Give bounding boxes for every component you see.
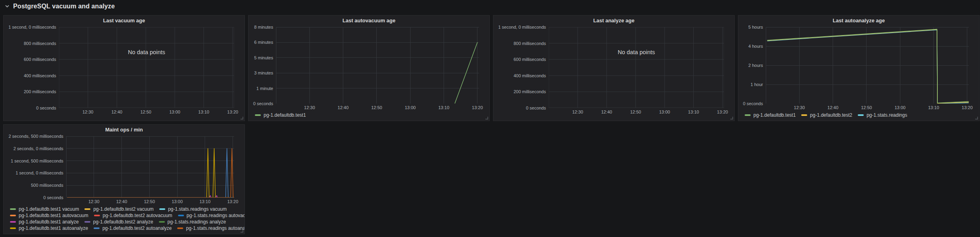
y-axis-tick-label: 400 milliseconds	[514, 73, 546, 78]
legend-color-swatch	[94, 227, 100, 229]
y-axis-tick-label: 5 hours	[748, 25, 763, 29]
legend-color-swatch	[10, 215, 16, 216]
x-axis-tick-label: 13:10	[438, 105, 450, 110]
chevron-down-icon[interactable]	[4, 3, 10, 10]
legend-item-pg-1-defaultdb-test1-autoanalyze[interactable]: pg-1.defaultdb.test1 autoanalyze	[10, 225, 88, 231]
y-axis: 8 minutes6 minutes5 minutes3 minutes1 mi…	[252, 27, 276, 104]
legend-row: pg-1.defaultdb.test1 autovacuumpg-1.defa…	[10, 213, 241, 218]
legend-item-pg-1-defaultdb-test1-vacuum[interactable]: pg-1.defaultdb.test1 vacuum	[10, 206, 79, 212]
y-axis-tick-label: 8 minutes	[254, 25, 273, 29]
x-axis-tick-label: 12:30	[88, 199, 100, 204]
legend-label: pg-1.defaultdb.test1 autoanalyze	[19, 225, 88, 231]
dashboard-row-header[interactable]: PostgreSQL vacuum and analyze	[0, 0, 980, 13]
x-axis-tick-label: 12:40	[827, 105, 839, 110]
x-axis-tick-label: 13:10	[928, 105, 939, 110]
legend-color-swatch	[159, 208, 165, 210]
y-axis-tick-label: 2 hours	[748, 63, 763, 68]
panel-resize-handle[interactable]	[241, 117, 243, 119]
panel-header[interactable]: Last vacuum age	[4, 16, 245, 25]
row-title[interactable]: PostgreSQL vacuum and analyze	[13, 3, 115, 10]
legend-item-pg-1-defaultdb-test2-autoanalyze[interactable]: pg-1.defaultdb.test2 autoanalyze	[94, 225, 172, 231]
legend-color-swatch	[177, 227, 183, 229]
x-axis-tick-label: 12:40	[338, 105, 349, 110]
panel-resize-handle[interactable]	[241, 230, 243, 233]
chart-plot-area[interactable]: No data points	[59, 27, 234, 108]
chart-plot-area[interactable]	[276, 27, 479, 104]
legend-item-pg-1-defaultdb-test2-analyze[interactable]: pg-1.defaultdb.test2 analyze	[84, 219, 153, 225]
legend: pg-1.defaultdb.test1	[248, 111, 489, 121]
y-axis-tick-label: 4 hours	[748, 44, 763, 49]
y-axis-tick-label: 0 seconds	[43, 195, 63, 200]
panel-header[interactable]: Last autoanalyze age	[738, 16, 979, 25]
panel-header[interactable]: Last autovacuum age	[248, 16, 489, 25]
legend-row: pg-1.defaultdb.test1	[255, 112, 486, 118]
legend-item-pg-1-stats-readings-vacuum[interactable]: pg-1.stats.readings vacuum	[159, 206, 227, 212]
y-axis-tick-label: 0 seconds	[36, 106, 56, 110]
x-axis-tick-label: 13:20	[962, 105, 973, 110]
legend-item-pg-1-stats-readings-autovacuum[interactable]: pg-1.stats.readings autovacuum	[178, 213, 245, 218]
y-axis: 5 hours4 hours2 hours1 hour0 seconds	[742, 27, 766, 104]
panel-resize-handle[interactable]	[730, 117, 733, 119]
x-axis-tick-label: 13:00	[169, 110, 180, 114]
legend-item-pg-1-stats-readings-analyze[interactable]: pg-1.stats.readings analyze	[159, 219, 226, 225]
legend-color-swatch	[745, 114, 751, 116]
legend-label: pg-1.defaultdb.test1	[264, 112, 306, 118]
chart-plot-area[interactable]	[66, 136, 234, 198]
panel-header[interactable]: Last analyze age	[493, 16, 734, 25]
legend-row: pg-1.defaultdb.test1pg-1.defaultdb.test2…	[745, 112, 976, 118]
x-axis-tick-label: 13:20	[227, 199, 239, 204]
x-axis: 12:3012:4012:5013:0013:1013:20	[276, 104, 479, 111]
x-axis-tick-label: 12:50	[140, 110, 151, 114]
legend-item-pg-1-defaultdb-test1-analyze[interactable]: pg-1.defaultdb.test1 analyze	[10, 219, 79, 225]
panel-title: Maint ops / min	[105, 127, 143, 133]
x-axis: 12:3012:4012:5013:0013:1013:20	[59, 108, 234, 116]
panel-resize-handle[interactable]	[485, 117, 488, 119]
panel-title: Last autovacuum age	[342, 18, 395, 24]
plot-row: 1 second, 0 milliseconds800 milliseconds…	[4, 25, 245, 108]
legend-item-pg-1-defaultdb-test1[interactable]: pg-1.defaultdb.test1	[255, 112, 306, 118]
y-axis-tick-label: 600 milliseconds	[514, 57, 546, 62]
panel-title: Last vacuum age	[103, 18, 145, 24]
legend-label: pg-1.stats.readings autoanalyze	[186, 225, 245, 231]
legend-label: pg-1.stats.readings analyze	[168, 219, 226, 225]
legend-color-swatch	[10, 208, 16, 210]
legend-color-swatch	[178, 215, 184, 216]
legend-label: pg-1.defaultdb.test2	[810, 112, 852, 118]
legend-item-pg-1-defaultdb-test2-vacuum[interactable]: pg-1.defaultdb.test2 vacuum	[84, 206, 153, 212]
legend-item-pg-1-stats-readings-autoanalyze[interactable]: pg-1.stats.readings autoanalyze	[177, 225, 245, 231]
plot-row: 5 hours4 hours2 hours1 hour0 seconds	[738, 25, 979, 104]
x-axis-tick-label: 13:00	[894, 105, 906, 110]
chart-canvas	[549, 27, 724, 108]
chart-plot-area[interactable]	[766, 27, 969, 104]
y-axis-tick-label: 1 minute	[256, 86, 273, 91]
x-axis-tick-label: 12:30	[82, 110, 94, 114]
legend-item-pg-1-stats-readings[interactable]: pg-1.stats.readings	[858, 112, 907, 118]
panel-last-vacuum-age: Last vacuum age1 second, 0 milliseconds8…	[3, 15, 245, 121]
plot-row: 1 second, 0 milliseconds800 milliseconds…	[493, 25, 734, 108]
legend-item-pg-1-defaultdb-test2-autovacuum[interactable]: pg-1.defaultdb.test2 autovacuum	[94, 213, 172, 218]
panel-header[interactable]: Maint ops / min	[4, 125, 245, 135]
x-axis-tick-label: 12:30	[794, 105, 805, 110]
x-axis-tick-label: 13:00	[659, 110, 670, 114]
legend-item-pg-1-defaultdb-test1-autovacuum[interactable]: pg-1.defaultdb.test1 autovacuum	[10, 213, 88, 218]
legend-row: pg-1.defaultdb.test1 analyzepg-1.default…	[10, 219, 241, 225]
panel-resize-handle[interactable]	[975, 117, 978, 119]
y-axis-tick-label: 200 milliseconds	[514, 89, 546, 94]
legend-label: pg-1.defaultdb.test1 autovacuum	[19, 213, 88, 218]
x-axis-tick-label: 12:30	[304, 105, 315, 110]
legend-label: pg-1.stats.readings	[867, 112, 907, 118]
legend-color-swatch	[858, 114, 864, 116]
panel-last-analyze-age: Last analyze age1 second, 0 milliseconds…	[493, 15, 735, 121]
x-axis-tick-label: 12:50	[144, 199, 155, 204]
y-axis-tick-label: 1 second, 0 milliseconds	[498, 25, 546, 29]
legend-color-swatch	[10, 227, 16, 229]
legend-item-pg-1-defaultdb-test2[interactable]: pg-1.defaultdb.test2	[801, 112, 852, 118]
chart-plot-area[interactable]: No data points	[549, 27, 724, 108]
series-line-pg-1-stats-readings	[767, 30, 968, 104]
chart-canvas	[766, 27, 969, 104]
y-axis-tick-label: 1 hour	[751, 82, 763, 87]
legend-label: pg-1.defaultdb.test1 analyze	[19, 219, 79, 225]
y-axis-tick-label: 800 milliseconds	[514, 41, 546, 46]
legend-item-pg-1-defaultdb-test1[interactable]: pg-1.defaultdb.test1	[745, 112, 796, 118]
legend-label: pg-1.stats.readings vacuum	[168, 206, 227, 212]
